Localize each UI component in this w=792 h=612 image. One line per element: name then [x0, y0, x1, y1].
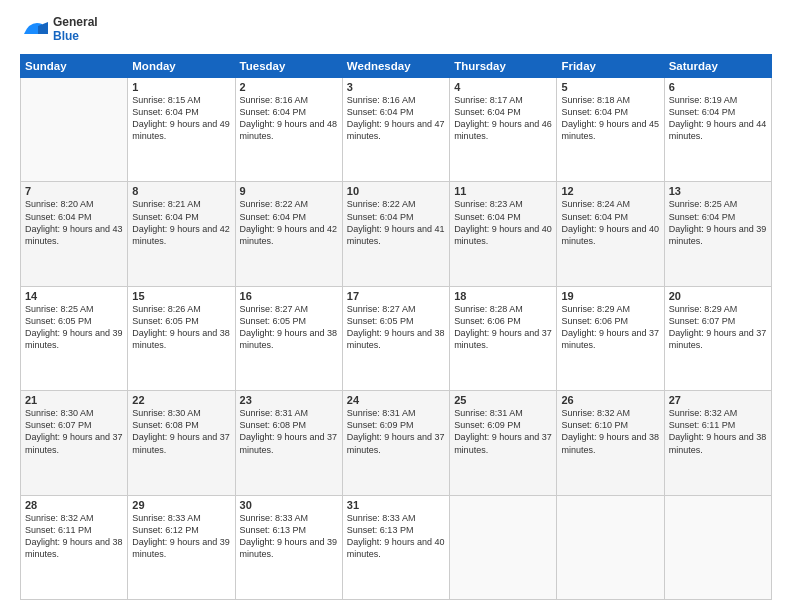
calendar-cell: 23Sunrise: 8:31 AMSunset: 6:08 PMDayligh…	[235, 391, 342, 495]
day-number: 28	[25, 499, 123, 511]
day-number: 6	[669, 81, 767, 93]
calendar-cell: 14Sunrise: 8:25 AMSunset: 6:05 PMDayligh…	[21, 286, 128, 390]
cell-content: Sunrise: 8:21 AMSunset: 6:04 PMDaylight:…	[132, 199, 230, 245]
calendar-cell: 2Sunrise: 8:16 AMSunset: 6:04 PMDaylight…	[235, 78, 342, 182]
calendar-cell: 20Sunrise: 8:29 AMSunset: 6:07 PMDayligh…	[664, 286, 771, 390]
calendar-cell: 10Sunrise: 8:22 AMSunset: 6:04 PMDayligh…	[342, 182, 449, 286]
calendar-cell: 16Sunrise: 8:27 AMSunset: 6:05 PMDayligh…	[235, 286, 342, 390]
weekday-header: Wednesday	[342, 55, 449, 78]
calendar-cell	[21, 78, 128, 182]
day-number: 31	[347, 499, 445, 511]
day-number: 7	[25, 185, 123, 197]
cell-content: Sunrise: 8:29 AMSunset: 6:06 PMDaylight:…	[561, 304, 659, 350]
weekday-header: Monday	[128, 55, 235, 78]
logo-graphic	[20, 16, 50, 46]
calendar-cell	[450, 495, 557, 599]
cell-content: Sunrise: 8:17 AMSunset: 6:04 PMDaylight:…	[454, 95, 552, 141]
cell-content: Sunrise: 8:19 AMSunset: 6:04 PMDaylight:…	[669, 95, 767, 141]
day-number: 4	[454, 81, 552, 93]
calendar-table: SundayMondayTuesdayWednesdayThursdayFrid…	[20, 54, 772, 600]
cell-content: Sunrise: 8:32 AMSunset: 6:11 PMDaylight:…	[25, 513, 123, 559]
calendar-cell: 28Sunrise: 8:32 AMSunset: 6:11 PMDayligh…	[21, 495, 128, 599]
logo: General Blue	[20, 16, 98, 46]
calendar-cell: 19Sunrise: 8:29 AMSunset: 6:06 PMDayligh…	[557, 286, 664, 390]
day-number: 3	[347, 81, 445, 93]
cell-content: Sunrise: 8:26 AMSunset: 6:05 PMDaylight:…	[132, 304, 230, 350]
calendar-cell: 30Sunrise: 8:33 AMSunset: 6:13 PMDayligh…	[235, 495, 342, 599]
cell-content: Sunrise: 8:20 AMSunset: 6:04 PMDaylight:…	[25, 199, 123, 245]
calendar-cell: 5Sunrise: 8:18 AMSunset: 6:04 PMDaylight…	[557, 78, 664, 182]
cell-content: Sunrise: 8:22 AMSunset: 6:04 PMDaylight:…	[240, 199, 338, 245]
cell-content: Sunrise: 8:25 AMSunset: 6:04 PMDaylight:…	[669, 199, 767, 245]
cell-content: Sunrise: 8:31 AMSunset: 6:09 PMDaylight:…	[347, 408, 445, 454]
calendar-cell: 15Sunrise: 8:26 AMSunset: 6:05 PMDayligh…	[128, 286, 235, 390]
cell-content: Sunrise: 8:33 AMSunset: 6:13 PMDaylight:…	[240, 513, 338, 559]
logo-container: General Blue	[20, 16, 98, 46]
calendar-cell: 8Sunrise: 8:21 AMSunset: 6:04 PMDaylight…	[128, 182, 235, 286]
logo-text: General Blue	[53, 16, 98, 44]
calendar-cell: 7Sunrise: 8:20 AMSunset: 6:04 PMDaylight…	[21, 182, 128, 286]
day-number: 20	[669, 290, 767, 302]
cell-content: Sunrise: 8:16 AMSunset: 6:04 PMDaylight:…	[347, 95, 445, 141]
day-number: 1	[132, 81, 230, 93]
header: General Blue	[20, 16, 772, 46]
calendar-cell: 22Sunrise: 8:30 AMSunset: 6:08 PMDayligh…	[128, 391, 235, 495]
calendar-cell: 11Sunrise: 8:23 AMSunset: 6:04 PMDayligh…	[450, 182, 557, 286]
day-number: 22	[132, 394, 230, 406]
weekday-header: Tuesday	[235, 55, 342, 78]
cell-content: Sunrise: 8:29 AMSunset: 6:07 PMDaylight:…	[669, 304, 767, 350]
calendar-cell: 13Sunrise: 8:25 AMSunset: 6:04 PMDayligh…	[664, 182, 771, 286]
cell-content: Sunrise: 8:27 AMSunset: 6:05 PMDaylight:…	[240, 304, 338, 350]
day-number: 8	[132, 185, 230, 197]
weekday-header: Friday	[557, 55, 664, 78]
cell-content: Sunrise: 8:25 AMSunset: 6:05 PMDaylight:…	[25, 304, 123, 350]
calendar-cell: 31Sunrise: 8:33 AMSunset: 6:13 PMDayligh…	[342, 495, 449, 599]
cell-content: Sunrise: 8:31 AMSunset: 6:09 PMDaylight:…	[454, 408, 552, 454]
cell-content: Sunrise: 8:22 AMSunset: 6:04 PMDaylight:…	[347, 199, 445, 245]
cell-content: Sunrise: 8:24 AMSunset: 6:04 PMDaylight:…	[561, 199, 659, 245]
weekday-header: Saturday	[664, 55, 771, 78]
cell-content: Sunrise: 8:27 AMSunset: 6:05 PMDaylight:…	[347, 304, 445, 350]
calendar-week-row: 7Sunrise: 8:20 AMSunset: 6:04 PMDaylight…	[21, 182, 772, 286]
day-number: 11	[454, 185, 552, 197]
logo-line1: General	[53, 16, 98, 30]
logo-line2: Blue	[53, 30, 98, 44]
calendar-week-row: 28Sunrise: 8:32 AMSunset: 6:11 PMDayligh…	[21, 495, 772, 599]
day-number: 12	[561, 185, 659, 197]
calendar-cell: 27Sunrise: 8:32 AMSunset: 6:11 PMDayligh…	[664, 391, 771, 495]
day-number: 25	[454, 394, 552, 406]
day-number: 9	[240, 185, 338, 197]
calendar-cell	[664, 495, 771, 599]
day-number: 29	[132, 499, 230, 511]
cell-content: Sunrise: 8:31 AMSunset: 6:08 PMDaylight:…	[240, 408, 338, 454]
calendar-cell: 4Sunrise: 8:17 AMSunset: 6:04 PMDaylight…	[450, 78, 557, 182]
cell-content: Sunrise: 8:23 AMSunset: 6:04 PMDaylight:…	[454, 199, 552, 245]
calendar-week-row: 21Sunrise: 8:30 AMSunset: 6:07 PMDayligh…	[21, 391, 772, 495]
cell-content: Sunrise: 8:33 AMSunset: 6:13 PMDaylight:…	[347, 513, 445, 559]
calendar-cell: 12Sunrise: 8:24 AMSunset: 6:04 PMDayligh…	[557, 182, 664, 286]
cell-content: Sunrise: 8:30 AMSunset: 6:07 PMDaylight:…	[25, 408, 123, 454]
page: General Blue SundayMondayTuesdayWednesda…	[0, 0, 792, 612]
calendar-cell: 17Sunrise: 8:27 AMSunset: 6:05 PMDayligh…	[342, 286, 449, 390]
day-number: 5	[561, 81, 659, 93]
day-number: 27	[669, 394, 767, 406]
day-number: 19	[561, 290, 659, 302]
cell-content: Sunrise: 8:28 AMSunset: 6:06 PMDaylight:…	[454, 304, 552, 350]
day-number: 23	[240, 394, 338, 406]
cell-content: Sunrise: 8:33 AMSunset: 6:12 PMDaylight:…	[132, 513, 230, 559]
cell-content: Sunrise: 8:15 AMSunset: 6:04 PMDaylight:…	[132, 95, 230, 141]
cell-content: Sunrise: 8:16 AMSunset: 6:04 PMDaylight:…	[240, 95, 338, 141]
calendar-cell: 29Sunrise: 8:33 AMSunset: 6:12 PMDayligh…	[128, 495, 235, 599]
cell-content: Sunrise: 8:30 AMSunset: 6:08 PMDaylight:…	[132, 408, 230, 454]
calendar-cell	[557, 495, 664, 599]
calendar-cell: 9Sunrise: 8:22 AMSunset: 6:04 PMDaylight…	[235, 182, 342, 286]
day-number: 24	[347, 394, 445, 406]
calendar-cell: 3Sunrise: 8:16 AMSunset: 6:04 PMDaylight…	[342, 78, 449, 182]
calendar-week-row: 14Sunrise: 8:25 AMSunset: 6:05 PMDayligh…	[21, 286, 772, 390]
day-number: 15	[132, 290, 230, 302]
day-number: 26	[561, 394, 659, 406]
calendar-cell: 1Sunrise: 8:15 AMSunset: 6:04 PMDaylight…	[128, 78, 235, 182]
calendar-cell: 26Sunrise: 8:32 AMSunset: 6:10 PMDayligh…	[557, 391, 664, 495]
day-number: 14	[25, 290, 123, 302]
day-number: 2	[240, 81, 338, 93]
